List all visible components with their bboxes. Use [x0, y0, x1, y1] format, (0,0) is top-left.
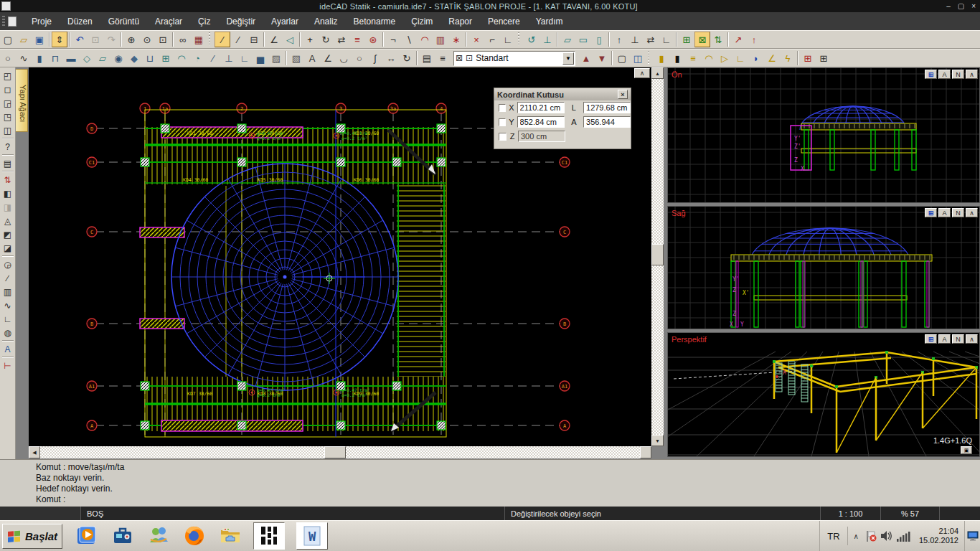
render-settings-icon[interactable]: ▦	[191, 32, 207, 47]
workplane-xy-icon[interactable]: ▱	[560, 32, 575, 47]
coord-a-input[interactable]	[583, 116, 631, 128]
measure-distance-icon[interactable]: ⇕	[52, 32, 67, 47]
zoom-window-icon[interactable]: ⊕	[123, 32, 139, 47]
menu-item-yardim[interactable]: Yardım	[528, 14, 571, 29]
snap-grid-icon[interactable]: ⊞	[679, 32, 694, 47]
menu-item-ayarlar[interactable]: Ayarlar	[263, 14, 306, 29]
messenger-icon[interactable]	[146, 523, 171, 549]
layer-combobox[interactable]: ⊠ ⊡ Standart ▼	[453, 51, 575, 66]
menu-item-betonarme[interactable]: Betonarme	[346, 14, 404, 29]
stair-reinforce-icon[interactable]: ≡	[685, 50, 701, 66]
horizontal-scrollbar[interactable]: ◀	[29, 446, 651, 458]
node-icon[interactable]: ○	[0, 50, 16, 66]
status-zoom[interactable]: % 57	[881, 507, 940, 520]
axis-grid-icon[interactable]: ⊞	[158, 50, 174, 66]
edit-pen-icon[interactable]: ∕	[230, 32, 246, 47]
menu-item-goruntu[interactable]: Görüntü	[100, 14, 147, 29]
copy-object-icon[interactable]: ◰	[1, 69, 14, 83]
zoom-dynamic-icon[interactable]: ⊙	[139, 32, 155, 47]
section-view-icon[interactable]: ▥	[1, 285, 14, 298]
paste-special-icon[interactable]: ◳	[1, 110, 14, 123]
new-window-icon[interactable]: ▢	[614, 50, 630, 66]
block-insert-icon[interactable]: ▥	[433, 32, 448, 47]
rotate-icon[interactable]: ↻	[318, 32, 334, 47]
dome-icon[interactable]: ◠	[174, 50, 189, 66]
column-round-icon[interactable]: ◉	[110, 50, 126, 66]
image-insert-icon[interactable]: ▧	[288, 50, 304, 66]
view-panel-right[interactable]: Sağ ⊞AN∧ Y'ZX'ZXY	[667, 206, 980, 329]
coord-l-input[interactable]	[583, 102, 631, 113]
select-object-icon[interactable]: ◻	[1, 83, 14, 96]
auto-label-icon[interactable]: A	[1, 342, 14, 356]
clock[interactable]: 21:04 15.02.2012	[919, 527, 958, 545]
file-explorer-icon[interactable]	[217, 523, 243, 549]
section-line-icon[interactable]: ⊢	[1, 359, 14, 372]
command-panel[interactable]: Komut : move/taşı/m/ta Baz noktayı verin…	[0, 459, 980, 507]
coord-x-checkbox[interactable]	[499, 104, 506, 112]
menu-item-proje[interactable]: Proje	[24, 14, 60, 29]
text-icon[interactable]: A	[304, 50, 320, 66]
array-rotate-icon[interactable]: ⊛	[365, 32, 381, 47]
collapse-panel-button[interactable]: ∧	[966, 70, 978, 79]
coord-z-input[interactable]	[518, 131, 565, 142]
snap-move-icon[interactable]: ⇅	[710, 32, 726, 47]
revision-cloud-icon[interactable]: ◠	[417, 32, 433, 47]
ungroup-icon[interactable]: ◪	[1, 241, 14, 255]
coordinate-box-close-button[interactable]: ×	[618, 90, 628, 99]
mirror-icon[interactable]: ⇄	[334, 32, 349, 47]
polyline-icon[interactable]: ∠	[320, 50, 336, 66]
firefox-icon[interactable]	[182, 523, 207, 549]
snap-lock-icon[interactable]: ⊠	[694, 32, 710, 47]
view-panel-perspective[interactable]: Perspektif ⊞AN∧ A 1.4G+1.6Q ▣	[667, 332, 980, 457]
raise-level-icon[interactable]: ▲	[578, 50, 594, 66]
taskbar-window-word[interactable]: W	[296, 522, 328, 550]
column-icon[interactable]: ▮	[32, 50, 47, 66]
show-desktop-button[interactable]	[964, 521, 980, 551]
menu-item-degistir[interactable]: Değiştir	[218, 14, 263, 29]
dome-reinforce-icon[interactable]: ◠	[701, 50, 717, 66]
fit-view-button[interactable]: ⊞	[925, 334, 937, 344]
analysis-bolt-icon[interactable]: ϟ	[780, 50, 796, 66]
render-mode-n-button[interactable]: N	[952, 208, 964, 217]
group-icon[interactable]: ◩	[1, 227, 14, 241]
multi-select-icon[interactable]: ◫	[1, 123, 14, 137]
scroll-up-button[interactable]: ▲	[651, 67, 664, 79]
stretch-horizontal-icon[interactable]: ⇄	[643, 32, 659, 47]
maximize-button[interactable]: ▢	[958, 2, 964, 10]
delete-icon[interactable]: ×	[468, 32, 484, 47]
status-scale[interactable]: 1 : 100	[821, 507, 881, 520]
corner-element-icon[interactable]: ∟	[237, 50, 253, 66]
ramp-icon[interactable]: ∕	[205, 50, 221, 66]
vertical-scroll-thumb[interactable]	[651, 244, 664, 265]
undo-list-icon[interactable]: ⊡	[88, 32, 103, 47]
swap-layers-icon[interactable]: ⇅	[1, 173, 14, 187]
save-icon[interactable]: ▣	[32, 32, 47, 47]
ucs-axes-icon[interactable]: ⊥	[540, 32, 555, 47]
horizontal-scroll-thumb[interactable]	[324, 446, 346, 458]
corner-fillet-icon[interactable]: ∟	[500, 32, 516, 47]
extend-icon[interactable]: ∖	[401, 32, 417, 47]
menu-item-ciz[interactable]: Çiz	[190, 14, 218, 29]
toolbar-grip[interactable]	[518, 32, 522, 47]
render-mode-a-button[interactable]: A	[938, 70, 951, 79]
beam-icon[interactable]: ⊓	[47, 50, 63, 66]
fit-view-button[interactable]: ⊞	[925, 208, 937, 217]
render-mode-a-button[interactable]: A	[938, 334, 951, 344]
select-pointer-icon[interactable]: ∕	[215, 32, 230, 47]
redo-icon[interactable]: ↷	[103, 32, 119, 47]
slab-icon[interactable]: ▱	[95, 50, 110, 66]
interactive-diagram-icon[interactable]: ∠	[764, 50, 780, 66]
start-button[interactable]: Başlat	[2, 524, 62, 549]
load-combination-button[interactable]: ▣	[961, 446, 972, 454]
layer-states-icon[interactable]: ≡	[435, 50, 451, 66]
edit-note-icon[interactable]: ⊟	[246, 32, 262, 47]
coordinate-box-dialog[interactable]: Koordinat Kutusu × X L Y A Z	[494, 88, 631, 149]
shearwall-icon[interactable]: ▬	[63, 50, 79, 66]
shell-icon[interactable]: ◔	[189, 50, 205, 66]
lower-level-icon[interactable]: ▼	[594, 50, 610, 66]
workplane-xz-icon[interactable]: ▭	[575, 32, 591, 47]
toolbar-grip[interactable]	[648, 51, 651, 65]
protractor-icon[interactable]: ◁	[282, 32, 298, 47]
mass-icon[interactable]: ◆	[126, 50, 142, 66]
report-view-icon[interactable]: ▤	[1, 156, 14, 170]
